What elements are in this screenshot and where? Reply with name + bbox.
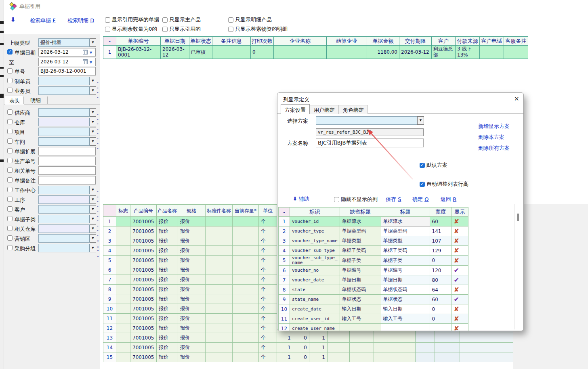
detail-cell[interactable]	[233, 294, 259, 304]
detail-cell[interactable]	[233, 265, 259, 275]
detail-cell[interactable]: 个	[259, 304, 277, 314]
table-row[interactable]: 8state单据状态码单据状态码64✘	[279, 285, 468, 295]
sidebar-combo-input[interactable]: 报价-批量	[38, 38, 90, 47]
title-cell[interactable]: 单据状态码	[381, 285, 430, 295]
table-row[interactable]: 5voucher_sub_type_name单据子类单据子类0✘	[279, 256, 468, 266]
detail-cell[interactable]: 7001005	[130, 226, 157, 236]
table-row[interactable]: 2voucher_type单据类型码单据类型码141✘	[279, 226, 468, 236]
detail-cell[interactable]: 个	[259, 217, 277, 226]
doc-cell[interactable]	[504, 46, 528, 59]
hide-columns-checkbox[interactable]: 隐藏不显示的列	[334, 196, 378, 203]
tab-detail[interactable]: 明细	[26, 96, 45, 105]
save-button[interactable]: 保存 S	[386, 196, 401, 203]
detail-cell[interactable]	[396, 343, 416, 352]
field-id-cell[interactable]: voucher_sub_type	[290, 246, 340, 256]
detail-cell[interactable]	[116, 285, 130, 294]
detail-cell[interactable]	[116, 304, 130, 314]
detail-cell[interactable]	[116, 246, 130, 256]
detail-cell[interactable]: 报价	[178, 352, 206, 362]
detail-cell[interactable]	[416, 352, 435, 362]
detail-cell[interactable]: 1	[309, 333, 328, 343]
detail-cell[interactable]: 1	[277, 333, 293, 343]
field-id-cell[interactable]: voucher_id	[290, 217, 340, 226]
title-cell[interactable]: 输入日期	[381, 304, 430, 314]
table-row[interactable]: 1voucher_id单据流水单据流水60✘	[279, 217, 468, 226]
detail-cell[interactable]	[233, 343, 259, 352]
dropdown-button[interactable]: ▼	[90, 108, 96, 117]
detail-cell[interactable]: 报价	[157, 217, 178, 226]
width-cell[interactable]: 120	[430, 266, 452, 275]
detail-cell[interactable]	[116, 323, 130, 333]
sidebar-combo-input[interactable]	[38, 244, 90, 252]
detail-cell[interactable]: 1	[309, 343, 328, 352]
dropdown-button[interactable]: ▼	[90, 186, 96, 194]
dropdown-button[interactable]: ▼	[90, 195, 96, 204]
toolbar-checkbox[interactable]: 只显示明细产品	[228, 16, 272, 23]
table-row[interactable]: 137001005报价报价个101	[103, 333, 513, 343]
detail-cell[interactable]: 报价	[178, 294, 206, 304]
checkbox-unchecked-icon[interactable]	[7, 158, 13, 163]
field-id-cell[interactable]: voucher_sub_type_name	[290, 256, 340, 266]
width-cell[interactable]: 141	[430, 226, 452, 236]
detail-cell[interactable]	[374, 343, 396, 352]
sidebar-text-input[interactable]: BJB-26-03-12-0001	[38, 67, 96, 75]
checkbox-unchecked-icon[interactable]	[7, 68, 13, 73]
field-id-cell[interactable]: voucher_type_name	[290, 236, 340, 246]
doc-cell[interactable]: 2026-03-12	[399, 46, 432, 59]
fetch-doc-link[interactable]: 检索单据 F	[30, 17, 56, 24]
detail-cell[interactable]	[233, 352, 259, 362]
title-cell[interactable]: 单据子类码	[381, 246, 430, 256]
detail-cell[interactable]: 报价	[178, 246, 206, 256]
detail-cell[interactable]	[116, 275, 130, 285]
detail-cell[interactable]	[233, 285, 259, 294]
toolbar-checkbox[interactable]: 只显示主产品	[162, 16, 201, 23]
checkbox-unchecked-icon[interactable]	[7, 78, 13, 83]
auto-row-height-checkbox[interactable]: 自动调整列表行高	[420, 180, 468, 188]
checkbox-unchecked-icon[interactable]	[7, 129, 13, 134]
visible-cell[interactable]: ✘	[452, 256, 468, 266]
table-row[interactable]: 9state_name单据状态单据状态60✔	[279, 295, 468, 304]
detail-cell[interactable]	[328, 343, 350, 352]
detail-cell[interactable]	[233, 333, 259, 343]
detail-cell[interactable]: 个	[259, 236, 277, 246]
detail-cell[interactable]	[206, 236, 233, 246]
dropdown-button[interactable]: ▼	[90, 205, 96, 214]
checkbox-unchecked-icon[interactable]	[7, 148, 13, 153]
doc-cell[interactable]: 已审核	[189, 46, 212, 59]
helper-button[interactable]: ⬇ 辅助	[293, 195, 309, 203]
detail-cell[interactable]: 7001005	[130, 294, 157, 304]
detail-cell[interactable]	[328, 333, 350, 343]
field-id-cell[interactable]: voucher_date	[290, 275, 340, 285]
sidebar-text-input[interactable]	[38, 166, 96, 175]
sidebar-text-input[interactable]	[38, 176, 96, 184]
detail-cell[interactable]: 报价	[157, 343, 178, 352]
detail-cell[interactable]: 7001005	[130, 236, 157, 246]
doc-cell[interactable]	[212, 46, 251, 59]
detail-cell[interactable]: 7001005	[130, 256, 157, 265]
detail-cell[interactable]: 1	[309, 352, 328, 362]
checkbox-unchecked-icon[interactable]	[7, 88, 13, 93]
fetch-detail-link[interactable]: 检索明细 D	[67, 17, 94, 24]
detail-cell[interactable]: 报价	[157, 314, 178, 323]
detail-cell[interactable]	[206, 256, 233, 265]
detail-cell[interactable]: 1	[277, 352, 293, 362]
visible-cell[interactable]: ✘	[452, 217, 468, 226]
doc-cell[interactable]: 0	[251, 46, 274, 59]
detail-cell[interactable]	[116, 226, 130, 236]
delete-all-schemes-link[interactable]: 删除所有方案	[478, 145, 510, 152]
detail-cell[interactable]: 报价	[157, 265, 178, 275]
detail-cell[interactable]: 报价	[178, 265, 206, 275]
ok-button[interactable]: 确定 O	[412, 196, 428, 203]
width-cell[interactable]: 60	[430, 217, 452, 226]
detail-cell[interactable]: 报价	[178, 333, 206, 343]
title-cell[interactable]: 单据状态	[381, 295, 430, 304]
dropdown-button[interactable]: ▼	[90, 215, 96, 223]
scheme-select-dropdown-button[interactable]: ▼	[417, 116, 424, 125]
detail-cell[interactable]	[233, 217, 259, 226]
detail-cell[interactable]: 个	[259, 265, 277, 275]
detail-cell[interactable]	[460, 352, 513, 362]
checkbox-checked-icon[interactable]	[7, 49, 13, 55]
sidebar-combo-input[interactable]	[38, 234, 90, 243]
dialog-tab-0[interactable]: 方案设置	[281, 104, 310, 114]
sidebar-combo-input[interactable]	[38, 186, 90, 194]
